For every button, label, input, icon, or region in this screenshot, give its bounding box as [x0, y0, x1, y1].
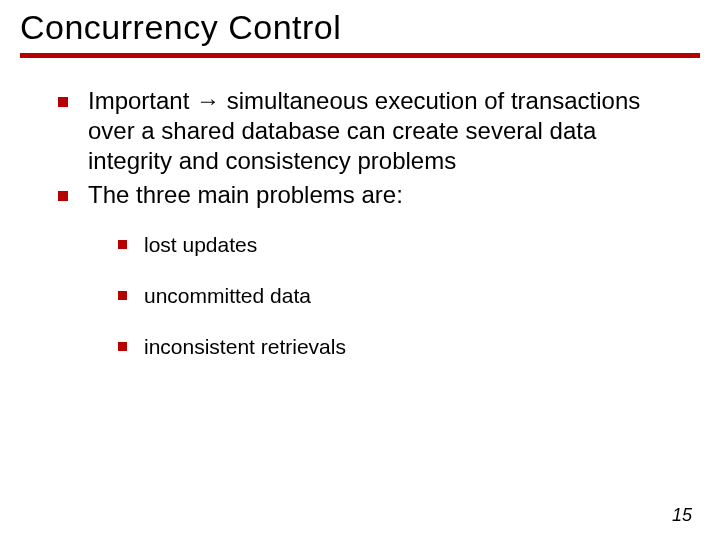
sub-bullet-list: lost updates uncommitted data inconsiste…	[88, 232, 676, 360]
bullet-text: The three main problems are:	[88, 181, 403, 208]
bullet-text-pre: Important	[88, 87, 196, 114]
page-number: 15	[672, 505, 692, 526]
sub-bullet-item: uncommitted data	[118, 283, 676, 308]
bullet-item: The three main problems are: lost update…	[58, 180, 676, 360]
sub-bullet-text: lost updates	[144, 233, 257, 256]
sub-bullet-text: inconsistent retrievals	[144, 335, 346, 358]
bullet-list: Important → simultaneous execution of tr…	[58, 86, 676, 360]
sub-bullet-text: uncommitted data	[144, 284, 311, 307]
bullet-item: Important → simultaneous execution of tr…	[58, 86, 676, 176]
slide-body: Important → simultaneous execution of tr…	[0, 58, 720, 360]
sub-bullet-item: inconsistent retrievals	[118, 334, 676, 359]
arrow-icon: →	[196, 87, 220, 114]
sub-bullet-item: lost updates	[118, 232, 676, 257]
slide-title: Concurrency Control	[0, 0, 720, 53]
slide: Concurrency Control Important → simultan…	[0, 0, 720, 540]
